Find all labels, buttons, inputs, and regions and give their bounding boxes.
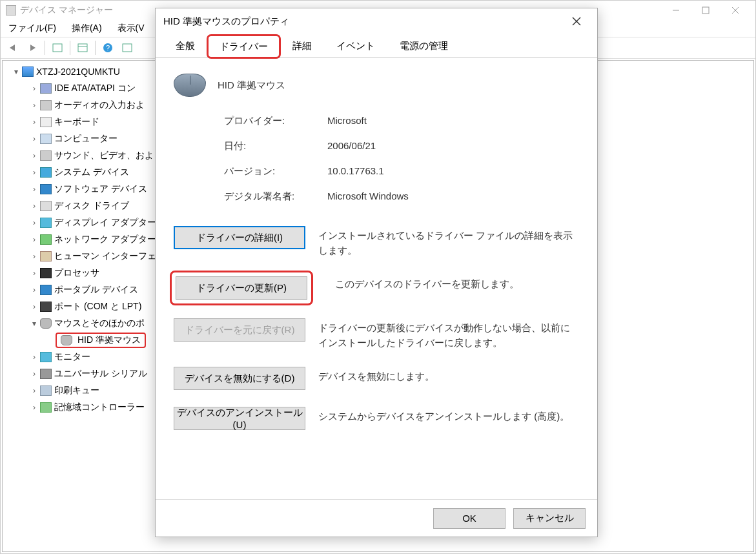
tree-label: サウンド、ビデオ、およ <box>54 150 154 161</box>
toolbar-icon-1[interactable] <box>49 39 66 56</box>
menu-action[interactable]: 操作(A) <box>68 21 106 36</box>
expand-icon[interactable]: › <box>30 353 39 362</box>
svg-rect-4 <box>53 44 62 52</box>
device-icon <box>40 184 52 194</box>
device-icon <box>40 134 52 144</box>
back-button[interactable] <box>5 39 21 56</box>
tree-root-label: XTZJ-2021QUMKTU <box>36 67 120 77</box>
menu-file[interactable]: ファイル(F) <box>5 21 60 36</box>
expand-icon[interactable]: › <box>30 285 39 294</box>
device-icon <box>40 218 52 228</box>
tab-events[interactable]: イベント <box>324 34 387 57</box>
expand-icon[interactable]: › <box>30 118 39 127</box>
minimize-button[interactable] <box>661 1 691 20</box>
signer-value: Microsoft Windows <box>327 190 579 203</box>
expand-icon[interactable]: › <box>30 101 39 110</box>
tab-details[interactable]: 詳細 <box>280 34 324 57</box>
computer-icon <box>22 67 34 77</box>
expand-icon[interactable]: ▾ <box>30 319 39 328</box>
action-row-disable: デバイスを無効にする(D) デバイスを無効にします。 <box>174 367 579 390</box>
app-icon <box>6 5 16 15</box>
svg-rect-9 <box>123 44 132 52</box>
driver-details-desc: インストールされているドライバー ファイルの詳細を表示します。 <box>318 226 579 258</box>
device-icon <box>40 352 52 362</box>
expand-icon[interactable]: › <box>30 386 39 395</box>
device-icon <box>40 150 52 161</box>
dialog-title: HID 準拠マウスのプロパティ <box>163 15 289 28</box>
mouse-icon <box>61 335 72 345</box>
expand-icon[interactable]: › <box>30 134 39 143</box>
dialog-close-button[interactable] <box>564 8 589 34</box>
device-uninstall-button[interactable]: デバイスのアンインストール(U) <box>174 407 305 430</box>
device-icon <box>40 100 52 110</box>
forward-button[interactable] <box>24 39 41 56</box>
expand-icon[interactable]: › <box>30 235 39 244</box>
expand-icon[interactable]: › <box>30 369 39 378</box>
tab-driver[interactable]: ドライバー <box>207 35 280 58</box>
tree-label: システム デバイス <box>54 167 129 178</box>
tab-power[interactable]: 電源の管理 <box>387 34 460 57</box>
tree-label: オーディオの入力およ <box>54 99 145 111</box>
device-icon <box>40 83 52 94</box>
tab-general[interactable]: 全般 <box>163 34 207 57</box>
help-icon[interactable]: ? <box>99 39 116 56</box>
expand-icon[interactable]: › <box>30 168 39 177</box>
tabstrip: 全般 ドライバー 詳細 イベント 電源の管理 <box>156 34 597 58</box>
device-icon <box>40 302 52 312</box>
tree-label: 記憶域コントローラー <box>54 402 145 413</box>
expand-icon[interactable]: › <box>30 269 39 278</box>
device-header: HID 準拠マウス <box>174 74 579 97</box>
expand-icon[interactable]: › <box>30 185 39 194</box>
driver-update-button[interactable]: ドライバーの更新(P) <box>176 276 307 300</box>
device-disable-button[interactable]: デバイスを無効にする(D) <box>174 367 305 390</box>
device-icon <box>40 201 52 211</box>
tree-label: モニター <box>54 351 90 363</box>
tree-label: ディスプレイ アダプター <box>54 217 156 229</box>
tree-label: ポート (COM と LPT) <box>54 301 141 313</box>
expand-icon[interactable]: › <box>30 84 39 93</box>
device-icon <box>40 167 52 178</box>
device-icon <box>40 117 52 127</box>
device-disable-desc: デバイスを無効にします。 <box>318 367 579 384</box>
properties-dialog: HID 準拠マウスのプロパティ 全般 ドライバー 詳細 イベント 電源の管理 H… <box>155 8 598 537</box>
svg-rect-5 <box>78 44 87 52</box>
ok-button[interactable]: OK <box>433 508 506 529</box>
expand-icon[interactable]: › <box>30 403 39 412</box>
expand-icon[interactable]: ▾ <box>12 67 21 76</box>
tree-label: ヒューマン インターフェ <box>54 251 156 262</box>
dialog-footer: OK キャンセル <box>156 499 597 537</box>
cancel-button[interactable]: キャンセル <box>513 508 586 529</box>
action-row-update: ドライバーの更新(P) このデバイスのドライバーを更新します。 <box>174 274 579 302</box>
expand-icon[interactable]: › <box>30 252 39 261</box>
expand-icon[interactable]: › <box>30 151 39 160</box>
driver-details-button[interactable]: ドライバーの詳細(I) <box>174 226 305 249</box>
expand-icon[interactable]: › <box>30 302 39 311</box>
device-icon <box>40 369 52 379</box>
tree-label: HID 準拠マウス <box>77 334 141 345</box>
svg-text:?: ? <box>106 44 110 52</box>
action-row-uninstall: デバイスのアンインストール(U) システムからデバイスをアンインストールします … <box>174 407 579 430</box>
device-icon <box>40 402 52 413</box>
action-row-rollback: ドライバーを元に戻す(R) ドライバーの更新後にデバイスが動作しない場合、以前に… <box>174 318 579 350</box>
expand-icon[interactable]: › <box>30 218 39 227</box>
menu-view[interactable]: 表示(V <box>114 21 148 36</box>
tree-label: ソフトウェア デバイス <box>54 183 147 195</box>
driver-rollback-desc: ドライバーの更新後にデバイスが動作しない場合、以前にインストールしたドライバーに… <box>318 318 579 350</box>
close-button[interactable] <box>720 1 750 20</box>
toolbar-icon-2[interactable] <box>74 39 91 56</box>
tree-label: ディスク ドライブ <box>54 200 129 212</box>
tree-label: IDE ATA/ATAPI コン <box>54 83 136 94</box>
device-icon <box>40 251 52 262</box>
driver-rollback-button: ドライバーを元に戻す(R) <box>174 318 305 342</box>
toolbar-icon-3[interactable] <box>119 39 136 56</box>
mouse-icon <box>40 318 52 329</box>
tree-label: ポータブル デバイス <box>54 284 138 296</box>
tab-body: HID 準拠マウス プロバイダー: Microsoft 日付: 2006/06/… <box>156 58 597 499</box>
version-value: 10.0.17763.1 <box>327 165 579 178</box>
tree-label: コンピューター <box>54 133 117 145</box>
device-uninstall-desc: システムからデバイスをアンインストールします (高度)。 <box>318 407 579 424</box>
dialog-titlebar: HID 準拠マウスのプロパティ <box>156 8 597 34</box>
device-icon <box>40 234 52 245</box>
maximize-button[interactable] <box>691 1 720 20</box>
expand-icon[interactable]: › <box>30 201 39 210</box>
